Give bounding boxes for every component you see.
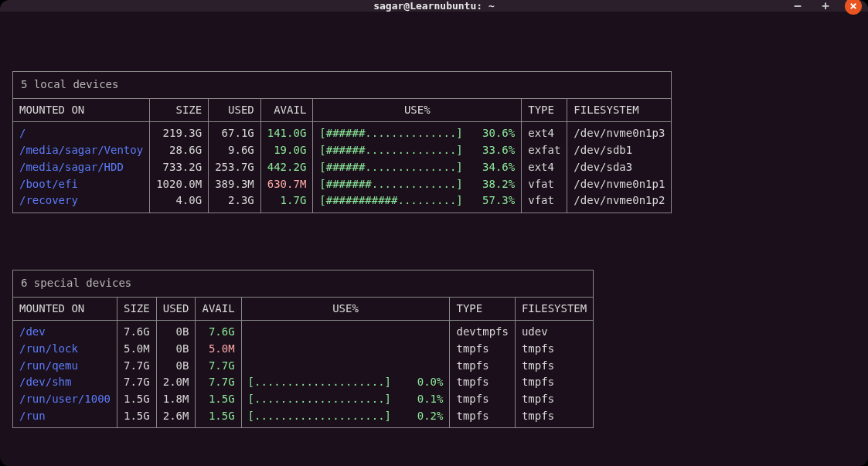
minimize-button[interactable] (789, 0, 806, 15)
maximize-button[interactable] (817, 0, 834, 15)
terminal-viewport[interactable]: 5 local devices MOUNTED ON SIZE USED AVA… (0, 12, 868, 466)
col-mounted: MOUNTED ON (13, 297, 117, 321)
col-avail: AVAIL (196, 297, 241, 321)
local-devices-table: 5 local devices MOUNTED ON SIZE USED AVA… (12, 71, 672, 213)
col-usepct: USE% (241, 297, 450, 321)
table-body: / /media/sagar/Ventoy /media/sagar/HDD /… (13, 122, 672, 213)
col-filesystem: FILESYSTEM (567, 98, 672, 122)
table-body: /dev /run/lock /run/qemu /dev/shm /run/u… (13, 321, 594, 428)
special-devices-title: 6 special devices (13, 270, 594, 297)
col-usepct: USE% (313, 98, 522, 122)
col-filesystem: FILESYSTEM (515, 297, 593, 321)
col-type: TYPE (450, 297, 515, 321)
window-title: sagar@Learnubuntu: ~ (373, 0, 495, 12)
terminal-window: sagar@Learnubuntu: ~ 5 local devices MOU… (0, 0, 868, 466)
col-mounted: MOUNTED ON (13, 98, 150, 122)
col-size: SIZE (150, 98, 209, 122)
col-size: SIZE (117, 297, 157, 321)
titlebar: sagar@Learnubuntu: ~ (0, 0, 868, 12)
local-devices-title: 5 local devices (13, 72, 672, 99)
col-avail: AVAIL (260, 98, 313, 122)
table-header-row: MOUNTED ON SIZE USED AVAIL USE% TYPE FIL… (13, 98, 672, 122)
table-header-row: MOUNTED ON SIZE USED AVAIL USE% TYPE FIL… (13, 297, 594, 321)
window-controls (789, 0, 862, 15)
special-devices-table: 6 special devices MOUNTED ON SIZE USED A… (12, 270, 594, 429)
col-type: TYPE (522, 98, 567, 122)
col-used: USED (156, 297, 196, 321)
col-used: USED (209, 98, 261, 122)
close-button[interactable] (845, 0, 862, 15)
